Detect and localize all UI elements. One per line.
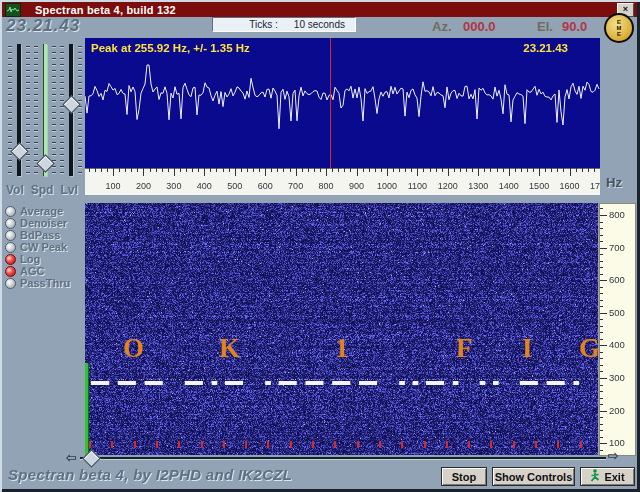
title-bar[interactable]: Spectran beta 4, build 132 ×	[2, 2, 637, 17]
time-tick	[267, 441, 269, 448]
time-tick	[535, 441, 537, 448]
option-label: Average	[20, 205, 63, 217]
time-tick	[111, 441, 113, 448]
elevation-label: El.	[537, 19, 553, 34]
slider-vol[interactable]	[8, 44, 30, 176]
ticks-label: Ticks :	[249, 19, 278, 30]
time-tick	[379, 441, 381, 448]
time-tick	[156, 441, 158, 448]
exit-man-icon	[590, 469, 600, 484]
option-label: AGC	[20, 265, 44, 277]
time-tick	[446, 441, 448, 448]
slider-lvl[interactable]	[60, 44, 82, 176]
mixer-sliders	[8, 44, 80, 178]
scroll-right-icon[interactable]: ⇨	[608, 449, 619, 462]
slider-ticks	[78, 46, 82, 174]
spectrum-display[interactable]: Peak at 255.92 Hz, +/- 1.35 Hz 23.21.43	[85, 38, 600, 168]
app-icon	[5, 3, 21, 17]
scrollbar-track[interactable]	[80, 457, 606, 459]
callsign-letter: F	[456, 333, 473, 364]
ticks-value: 10 seconds	[294, 19, 345, 30]
show-controls-label: Show Controls	[495, 471, 573, 483]
spectran-window: Spectran beta 4, build 132 × 23.21.43 Ti…	[0, 0, 640, 492]
window-title: Spectran beta 4, build 132	[35, 4, 176, 16]
led-indicator	[5, 266, 16, 277]
eme-badge-icon: EME	[604, 13, 634, 43]
dsp-options: AverageDenoiserBdPassCW PeakLogAGCPassTh…	[5, 205, 85, 289]
lvl-label: Lvl	[60, 183, 77, 197]
azimuth-label: Az.	[432, 19, 452, 34]
led-indicator	[5, 230, 16, 241]
time-tick	[357, 441, 359, 448]
azimuth-value: 000.0	[463, 19, 496, 34]
callsign-letter: K	[219, 333, 240, 364]
led-indicator	[5, 206, 16, 217]
option-log[interactable]: Log	[5, 253, 85, 265]
frequency-scale	[85, 168, 600, 195]
spectrum-trace	[85, 38, 600, 168]
option-denoiser[interactable]: Denoiser	[5, 217, 85, 229]
option-average[interactable]: Average	[5, 205, 85, 217]
waterfall-noise	[85, 203, 598, 455]
time-tick	[557, 441, 559, 448]
callsign-letter: G	[579, 333, 600, 364]
slider-ticks	[26, 46, 30, 174]
spectrum-clock: 23.21.43	[523, 42, 568, 54]
time-tick	[468, 441, 470, 448]
option-label: Log	[20, 253, 40, 265]
callsign-letter: 1	[335, 333, 349, 364]
time-tick	[334, 441, 336, 448]
stop-button-label: Stop	[452, 471, 476, 483]
slider-ticks	[60, 46, 64, 174]
option-label: BdPass	[20, 229, 60, 241]
exit-button-label: Exit	[604, 471, 624, 483]
show-controls-button[interactable]: Show Controls	[492, 467, 575, 486]
option-label: CW Peak	[20, 241, 67, 253]
frequency-cursor	[330, 38, 331, 168]
led-indicator	[5, 242, 16, 253]
slider-ticks	[34, 46, 38, 174]
time-tick	[424, 441, 426, 448]
spd-label: Spd	[31, 183, 54, 197]
led-indicator	[5, 254, 16, 265]
time-tick	[89, 441, 91, 448]
option-cw-peak[interactable]: CW Peak	[5, 241, 85, 253]
option-bdpass[interactable]: BdPass	[5, 229, 85, 241]
slider-ticks	[8, 46, 12, 174]
peak-readout: Peak at 255.92 Hz, +/- 1.35 Hz	[91, 42, 250, 54]
time-tick	[490, 441, 492, 448]
option-label: Denoiser	[20, 217, 67, 229]
time-tick	[580, 441, 582, 448]
time-tick	[178, 441, 180, 448]
time-tick	[245, 441, 247, 448]
callsign-letter: O	[123, 333, 144, 364]
time-tick	[134, 441, 136, 448]
led-indicator	[5, 278, 16, 289]
scroll-left-icon[interactable]: ⇦	[66, 451, 77, 464]
led-indicator	[5, 218, 16, 229]
vertical-frequency-scale	[599, 203, 636, 456]
time-tick	[401, 441, 403, 448]
time-tick	[290, 441, 292, 448]
callsign-letter: I	[522, 333, 533, 364]
time-tick	[312, 441, 314, 448]
mixer-caption: Vol Spd Lvl	[6, 183, 82, 197]
slider-ticks	[52, 46, 56, 174]
option-passthru[interactable]: PassThru	[5, 277, 85, 289]
hz-unit-label: Hz	[606, 175, 622, 190]
slider-spd[interactable]	[34, 44, 56, 176]
elevation-value: 90.0	[562, 19, 587, 34]
time-tick	[201, 441, 203, 448]
main-clock: 23.21.43	[6, 16, 80, 36]
vol-label: Vol	[6, 183, 24, 197]
credit-text: Spectran beta 4, by I2PHD and IK2CZL	[8, 466, 292, 483]
time-tick	[513, 441, 515, 448]
exit-button[interactable]: Exit	[580, 467, 635, 486]
stop-button[interactable]: Stop	[441, 467, 487, 486]
option-label: PassThru	[20, 277, 70, 289]
ticks-readout: Ticks : 10 seconds	[212, 17, 356, 32]
time-tick	[223, 441, 225, 448]
waterfall-display[interactable]: OK1FIG	[85, 203, 598, 455]
option-agc[interactable]: AGC	[5, 265, 85, 277]
